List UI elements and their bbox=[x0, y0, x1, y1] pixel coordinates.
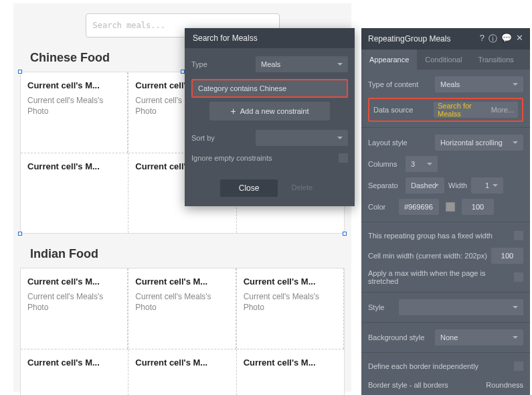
layout-style-dropdown[interactable]: Horizontal scrolling bbox=[435, 135, 523, 151]
search-placeholder: Search meals... bbox=[93, 21, 165, 30]
comment-icon[interactable]: 💬 bbox=[501, 33, 512, 45]
data-source-input[interactable]: Search for Mealss More... bbox=[434, 102, 518, 118]
resize-handle[interactable] bbox=[181, 70, 185, 74]
separator-dropdown[interactable]: Dashed bbox=[406, 177, 444, 193]
cell-photo: Current cell's Meals's Photo bbox=[135, 292, 228, 313]
resize-handle[interactable] bbox=[18, 232, 22, 236]
columns-label: Columns bbox=[368, 160, 402, 168]
cell-min-width-input[interactable]: 100 bbox=[491, 248, 523, 264]
cell-photo: Current cell's Meals's Photo bbox=[244, 292, 337, 313]
tab-conditional[interactable]: Conditional bbox=[417, 50, 470, 70]
grid-cell: Current cell's M... Current cell's Meals… bbox=[21, 72, 128, 153]
sort-label: Sort by bbox=[191, 134, 250, 142]
grid-cell: Current cell's M... bbox=[128, 349, 236, 395]
help-icon[interactable]: ? bbox=[480, 33, 484, 45]
search-dialog: Search for Mealss Type Meals Category co… bbox=[185, 28, 355, 206]
constraint-text: Category contains Chinese bbox=[198, 84, 286, 92]
grid-cell: Current cell's M... Current cell's Meals… bbox=[237, 268, 344, 349]
cell-title: Current cell's M... bbox=[27, 276, 120, 287]
info-icon[interactable]: ⓘ bbox=[489, 33, 497, 45]
constraint-row[interactable]: Category contains Chinese bbox=[191, 79, 348, 98]
color-hex-input[interactable]: #969696 bbox=[399, 199, 439, 215]
style-dropdown[interactable] bbox=[399, 299, 523, 315]
grid-cell: Current cell's M... bbox=[21, 349, 128, 395]
panel-title: RepeatingGroup Meals bbox=[368, 34, 450, 44]
section-title-indian: Indian Food bbox=[30, 247, 341, 261]
cell-min-width-label: Cell min width (current width: 202px) bbox=[368, 252, 487, 260]
add-constraint-button[interactable]: + Add a new constraint bbox=[209, 102, 330, 121]
close-button[interactable]: Close bbox=[220, 179, 278, 197]
tab-appearance[interactable]: Appearance bbox=[361, 50, 417, 70]
background-style-label: Background style bbox=[368, 333, 431, 341]
cell-title: Current cell's M... bbox=[244, 276, 337, 287]
columns-input[interactable]: 3 bbox=[406, 156, 438, 172]
type-dropdown[interactable]: Meals bbox=[256, 56, 348, 72]
data-source-row: Data source Search for Mealss More... bbox=[368, 98, 523, 122]
width-input[interactable]: 1 bbox=[471, 177, 503, 193]
fixed-width-label: This repeating group has a fixed width bbox=[368, 232, 506, 240]
layout-style-label: Layout style bbox=[368, 139, 431, 147]
grid-cell: Current cell's M... bbox=[21, 153, 128, 233]
type-label: Type bbox=[191, 60, 250, 68]
close-icon[interactable]: ✕ bbox=[516, 33, 523, 45]
ignore-empty-label: Ignore empty constraints bbox=[191, 154, 272, 162]
data-source-label: Data source bbox=[373, 106, 434, 114]
grid-cell: Current cell's M... bbox=[237, 349, 344, 395]
cell-title: Current cell's M... bbox=[135, 276, 228, 287]
plus-icon: + bbox=[231, 106, 236, 116]
resize-handle[interactable] bbox=[343, 232, 347, 236]
repeating-group-indian[interactable]: Current cell's M... Current cell's Meals… bbox=[20, 268, 345, 395]
type-of-content-dropdown[interactable]: Meals bbox=[435, 76, 523, 92]
cell-photo: Current cell's Meals's Photo bbox=[27, 292, 120, 313]
tab-transitions[interactable]: Transitions bbox=[470, 50, 521, 70]
color-label: Color bbox=[368, 203, 395, 211]
panel-header[interactable]: RepeatingGroup Meals ? ⓘ 💬 ✕ bbox=[361, 28, 530, 50]
cell-photo: Current cell's Meals's Photo bbox=[27, 96, 120, 116]
delete-button[interactable]: Delete bbox=[284, 179, 319, 197]
apply-max-checkbox[interactable] bbox=[514, 272, 523, 282]
border-indep-checkbox[interactable] bbox=[514, 362, 523, 371]
cell-title: Current cell's M... bbox=[135, 358, 229, 368]
apply-max-width-label: Apply a max width when the page is stret… bbox=[368, 269, 506, 285]
ignore-empty-checkbox[interactable] bbox=[339, 153, 348, 163]
cell-title: Current cell's M... bbox=[27, 161, 121, 171]
property-panel: RepeatingGroup Meals ? ⓘ 💬 ✕ Appearance … bbox=[361, 28, 530, 395]
cell-title: Current cell's M... bbox=[244, 358, 337, 368]
panel-tabs: Appearance Conditional Transitions bbox=[361, 50, 530, 70]
background-style-dropdown[interactable]: None bbox=[435, 329, 523, 345]
sort-dropdown[interactable] bbox=[256, 130, 348, 146]
grid-cell: Current cell's M... Current cell's Meals… bbox=[128, 268, 236, 349]
width-label: Width bbox=[448, 181, 467, 189]
fixed-width-checkbox[interactable] bbox=[514, 231, 523, 240]
cell-title: Current cell's M... bbox=[27, 358, 121, 368]
type-of-content-label: Type of content bbox=[368, 80, 431, 88]
cell-title: Current cell's M... bbox=[27, 80, 120, 90]
color-alpha-input[interactable]: 100 bbox=[462, 199, 494, 215]
resize-handle[interactable] bbox=[18, 70, 22, 74]
border-style-label: Border style - all borders bbox=[368, 381, 482, 389]
color-swatch[interactable] bbox=[446, 202, 455, 212]
border-indep-label: Define each border independently bbox=[368, 362, 506, 370]
grid-cell: Current cell's M... Current cell's Meals… bbox=[21, 268, 128, 349]
dialog-title: Search for Mealss bbox=[185, 28, 355, 48]
roundness-label: Roundness bbox=[486, 381, 523, 389]
style-label: Style bbox=[368, 303, 395, 311]
separator-label: Separato bbox=[368, 181, 402, 189]
